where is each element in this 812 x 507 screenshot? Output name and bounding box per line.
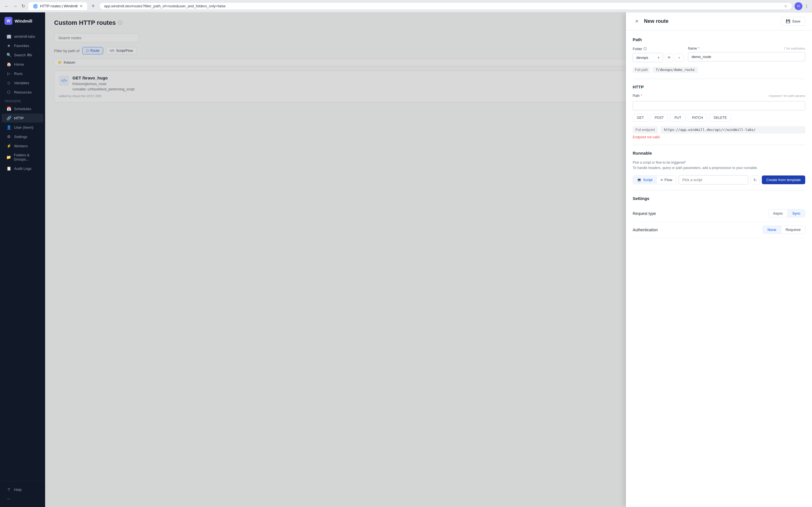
save-icon: 💾 xyxy=(786,19,790,23)
folder-add-button[interactable]: + xyxy=(675,54,683,62)
sidebar-item-label: Settings xyxy=(14,135,28,139)
sidebar-nav: 🏢 windmill-labs ★ Favorites 🔍 Search ⌘k … xyxy=(0,29,45,481)
sidebar-item-label: windmill-labs xyxy=(14,34,35,39)
type-toggle: 💻 Script ≡ Flow xyxy=(633,175,676,184)
endpoint-value: https://app.windmill.dev/api/r/windmill-… xyxy=(661,126,805,133)
logo-icon: W xyxy=(4,17,12,25)
back-button[interactable]: ← xyxy=(3,3,10,10)
flow-icon: ≡ xyxy=(661,178,663,182)
sidebar-item-label: Resources xyxy=(14,90,32,94)
sidebar-item-label: Runs xyxy=(14,71,22,76)
sidebar-item-label: Help xyxy=(14,488,22,492)
panel-header: ✕ New route 💾 Save xyxy=(626,12,812,31)
method-put-button[interactable]: PUT xyxy=(670,114,686,122)
type-flow-button[interactable]: ≡ Flow xyxy=(657,176,676,184)
panel-body: Path Folder ⓘ devops xyxy=(626,31,812,245)
tab-icon: 🌀 xyxy=(33,4,38,8)
sidebar-item-user[interactable]: 👤 User (henri) xyxy=(2,123,43,132)
bookmark-icon: ☆ xyxy=(784,4,788,8)
sync-button[interactable]: Sync xyxy=(788,210,805,217)
script-pick-input[interactable] xyxy=(679,175,748,184)
method-delete-button[interactable]: DELETE xyxy=(709,114,731,122)
help-icon: ? xyxy=(6,487,11,492)
sidebar-item-label: Search ⌘k xyxy=(14,53,32,57)
refresh-button[interactable]: ↻ xyxy=(20,2,26,10)
home-icon: 🏠 xyxy=(6,62,11,66)
refresh-icon: ↻ xyxy=(753,178,757,182)
http-path-hint: ':myparam' for path params xyxy=(768,94,805,98)
app-layout: W Windmill 🏢 windmill-labs ★ Favorites 🔍… xyxy=(0,12,812,507)
async-button[interactable]: Async xyxy=(769,210,788,217)
folder-view-button[interactable]: 👁 xyxy=(665,54,673,62)
sidebar-item-runs[interactable]: ▷ Runs xyxy=(2,69,43,78)
method-post-button[interactable]: POST xyxy=(651,114,668,122)
sidebar-item-audit[interactable]: 📋 Audit Logs xyxy=(2,164,43,173)
panel-title: New route xyxy=(644,18,668,24)
filter-route-button[interactable]: ⬡ Route xyxy=(82,47,103,54)
logo-text: Windmill xyxy=(15,18,32,23)
url-bar[interactable]: app.windmill.dev/routes?filter_path_of=r… xyxy=(99,2,792,10)
sidebar-item-search[interactable]: 🔍 Search ⌘k xyxy=(2,50,43,59)
sidebar-item-workers[interactable]: ⚡ Workers xyxy=(2,142,43,151)
type-script-button[interactable]: 💻 Script xyxy=(633,176,657,184)
auth-required-button[interactable]: Required xyxy=(781,226,805,233)
menu-icon[interactable]: ⋮ xyxy=(805,4,809,8)
browser-tab[interactable]: 🌀 HTTP routes | Windmill × xyxy=(29,2,87,10)
favorites-icon: ★ xyxy=(6,43,11,48)
folder-select[interactable]: devops xyxy=(633,53,663,62)
http-path-input[interactable] xyxy=(633,101,805,110)
sidebar-item-label: Variables xyxy=(14,81,29,85)
create-template-button[interactable]: Create from template xyxy=(762,175,805,184)
user-icon: 👤 xyxy=(6,125,11,129)
page-info-icon: ⓘ xyxy=(118,20,122,26)
sidebar-item-schedules[interactable]: 📅 Schedules xyxy=(2,104,43,113)
http-icon: 🔗 xyxy=(6,116,11,120)
forward-button[interactable]: → xyxy=(12,3,18,10)
new-route-panel: ✕ New route 💾 Save Path Folder xyxy=(626,12,812,507)
endpoint-row: Full endpoint https://app.windmill.dev/a… xyxy=(633,126,805,133)
sidebar-logo: W Windmill xyxy=(0,12,45,29)
route-icon: ⬡ xyxy=(86,49,89,53)
close-panel-button[interactable]: ✕ xyxy=(633,17,641,25)
sidebar-item-settings[interactable]: ⚙ Settings xyxy=(2,132,43,141)
sidebar-item-favorites[interactable]: ★ Favorites xyxy=(2,41,43,50)
sidebar-item-label: HTTP xyxy=(14,116,24,120)
folder-label: f/visium xyxy=(64,61,75,64)
collapse-icon: ← xyxy=(6,497,11,501)
sidebar-item-label: Schedules xyxy=(14,107,31,111)
method-patch-button[interactable]: PATCH xyxy=(688,114,707,122)
tab-close-button[interactable]: × xyxy=(80,4,82,8)
search-input[interactable] xyxy=(54,33,139,43)
method-get-button[interactable]: GET xyxy=(633,114,648,122)
settings-section-title: Settings xyxy=(633,196,805,201)
new-tab-button[interactable]: + xyxy=(89,3,97,9)
sidebar-item-home[interactable]: 🏠 Home xyxy=(2,60,43,69)
sidebar: W Windmill 🏢 windmill-labs ★ Favorites 🔍… xyxy=(0,12,45,507)
sidebar-item-resources[interactable]: ⬡ Resources xyxy=(2,88,43,97)
save-button[interactable]: 💾 Save xyxy=(781,17,805,25)
url-text: app.windmill.dev/routes?filter_path_of=r… xyxy=(104,4,782,8)
sidebar-item-windmill-labs[interactable]: 🏢 windmill-labs xyxy=(2,32,43,41)
sidebar-item-label: User (henri) xyxy=(14,125,34,129)
runnable-picker: 💻 Script ≡ Flow ↻ Create from template xyxy=(633,175,805,184)
variables-icon: ◇ xyxy=(6,80,11,85)
http-path-label-row: Path * ':myparam' for path params xyxy=(633,94,805,98)
filter-route-label: Route xyxy=(91,49,100,53)
name-input[interactable] xyxy=(688,52,805,61)
sidebar-item-folders[interactable]: 📁 Folders & Groups... xyxy=(2,151,43,164)
search-icon: 🔍 xyxy=(6,53,11,57)
divider-2 xyxy=(633,145,805,145)
sidebar-item-collapse[interactable]: ← xyxy=(2,494,43,503)
name-required-indicator: * xyxy=(698,47,700,50)
filter-label: Filter by path of xyxy=(54,49,80,53)
refresh-button[interactable]: ↻ xyxy=(751,175,760,184)
filter-script-flow-button[interactable]: </> Script/Flow xyxy=(106,47,137,54)
full-path-label: Full path xyxy=(633,67,650,73)
sidebar-item-help[interactable]: ? Help xyxy=(2,485,43,494)
sidebar-item-http[interactable]: 🔗 HTTP xyxy=(2,114,43,122)
auth-none-button[interactable]: None xyxy=(763,226,781,233)
path-section-title: Path xyxy=(633,37,805,42)
sidebar-item-label: Workers xyxy=(14,144,28,148)
sidebar-item-variables[interactable]: ◇ Variables xyxy=(2,78,43,87)
http-path-label: Path * xyxy=(633,94,642,98)
